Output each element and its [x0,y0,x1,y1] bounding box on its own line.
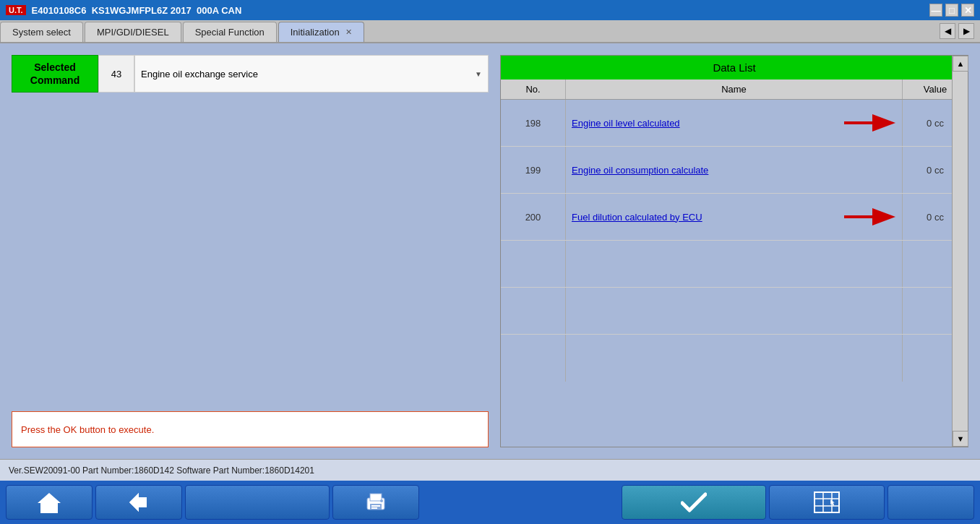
row-4-no [501,288,566,334]
version-info: Ver.SEW20091-00 Part Number:1860D142 Sof… [9,465,314,476]
data-list-table: No. Name Value 198 Engine oil level calc… [501,80,968,447]
table-row: 200 Fuel dilution calculated by ECU [501,194,968,241]
protocol: 000A CAN [197,5,241,16]
row-2-no: 200 [501,194,566,240]
arrow-annotation-2 [841,204,898,230]
status-box: Press the OK button to execute. [12,411,489,447]
back-button[interactable] [95,485,182,520]
table-header-row: No. Name Value [501,80,968,100]
tab-mpi-gdi[interactable]: MPI/GDI/DIESEL [85,22,181,42]
selected-command-label: SelectedCommand [12,55,98,93]
home-icon [38,491,61,513]
arrow-annotation-0 [841,110,898,136]
right-panel: Data List No. Name Value 198 Engine oil … [500,55,968,447]
status-bar: Ver.SEW20091-00 Part Number:1860D142 Sof… [0,459,980,481]
maximize-button[interactable]: □ [945,4,958,17]
svg-marker-20 [830,499,835,505]
toolbar-left-group [6,485,419,520]
table-button[interactable] [769,485,885,520]
data-list-header: Data List [501,56,968,80]
table-row [501,288,968,335]
row-3-no [501,241,566,287]
command-dropdown-text: Engine oil exchange service [141,69,258,80]
col-header-no: No. [501,80,566,99]
ok-button[interactable] [622,485,766,520]
left-spacer [12,101,489,403]
extra-right-button[interactable] [887,485,974,520]
back-icon [128,491,150,513]
nav-next-button[interactable]: ▶ [958,23,974,39]
nav-arrows: ◀ ▶ [940,23,974,39]
svg-point-14 [380,499,383,502]
home-button[interactable] [6,485,93,520]
row-0-name[interactable]: Engine oil level calculated [566,100,903,146]
toolbar-right-group [622,485,974,520]
data-list-container: Data List No. Name Value 198 Engine oil … [500,55,968,447]
print-icon [364,492,387,512]
row-2-name[interactable]: Fuel dilution calculated by ECU [566,194,903,240]
table-row: 198 Engine oil level calculated [501,100,968,147]
bottom-toolbar [0,481,980,524]
scroll-bar: ▲ ▼ [952,56,968,447]
table-row [501,335,968,382]
row-1-name[interactable]: Engine oil consumption calculate [566,147,903,193]
empty-button-1[interactable] [185,485,330,520]
logo: U.T. [6,5,26,15]
table-row: 199 Engine oil consumption calculate 0 c… [501,147,968,194]
command-dropdown[interactable]: Engine oil exchange service ▼ [134,55,489,93]
tab-bar: System select MPI/GDI/DIESEL Special Fun… [0,20,980,43]
row-0-no: 198 [501,100,566,146]
status-message: Press the OK button to execute. [21,424,154,435]
command-number: 43 [98,55,134,93]
scroll-down-button[interactable]: ▼ [953,431,968,447]
tab-close-icon[interactable]: ✕ [345,27,352,37]
tab-special-function[interactable]: Special Function [183,22,277,42]
row-3-name [566,241,903,287]
row-4-name [566,288,903,334]
svg-rect-5 [46,506,52,513]
row-5-name [566,335,903,382]
vin: KS1WGJMFPL6Z 2017 [92,5,192,16]
device-id: E4010108C6 [32,5,87,16]
tab-initialization[interactable]: Initialization ✕ [278,22,364,42]
close-button[interactable]: ✕ [961,4,974,17]
tab-system-select[interactable]: System select [0,22,83,42]
row-1-no: 199 [501,147,566,193]
table-row [501,241,968,288]
dropdown-arrow-icon: ▼ [475,70,482,78]
table-icon [814,491,840,513]
row-5-no [501,335,566,382]
svg-rect-15 [814,492,839,512]
main-area: SelectedCommand 43 Engine oil exchange s… [0,43,980,459]
checkmark-icon [681,491,707,513]
selected-command-row: SelectedCommand 43 Engine oil exchange s… [12,55,489,93]
nav-prev-button[interactable]: ◀ [940,23,955,39]
title-bar: U.T. E4010108C6 KS1WGJMFPL6Z 2017 000A C… [0,0,980,20]
print-button[interactable] [332,485,419,520]
scroll-up-button[interactable]: ▲ [953,56,968,72]
svg-marker-8 [129,493,147,512]
left-panel: SelectedCommand 43 Engine oil exchange s… [12,55,489,447]
svg-rect-13 [371,507,377,509]
col-header-name: Name [566,80,903,99]
svg-rect-10 [370,494,382,501]
minimize-button[interactable]: — [929,4,942,17]
svg-rect-12 [371,505,380,507]
